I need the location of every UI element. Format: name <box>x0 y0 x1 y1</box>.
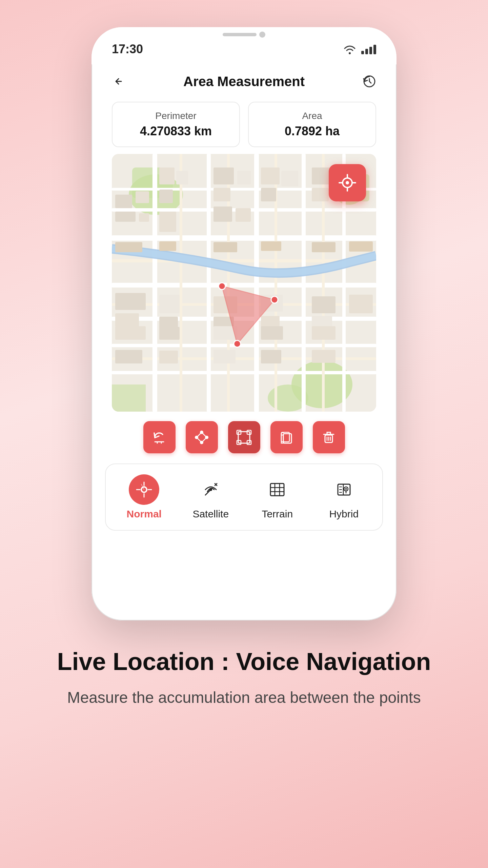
wifi-icon <box>343 44 357 54</box>
terrain-label: Terrain <box>262 508 293 520</box>
svg-rect-33 <box>159 190 173 203</box>
svg-rect-108 <box>270 484 284 496</box>
svg-rect-18 <box>112 357 376 360</box>
svg-point-74 <box>219 283 225 290</box>
tool-row <box>92 412 396 460</box>
svg-rect-22 <box>302 154 306 412</box>
location-button[interactable] <box>329 164 366 201</box>
svg-rect-43 <box>281 171 298 186</box>
normal-label: Normal <box>127 508 162 520</box>
svg-rect-62 <box>115 350 142 363</box>
map-type-selector: Normal Satellite <box>105 463 383 531</box>
svg-rect-10 <box>112 283 376 288</box>
map-type-hybrid[interactable]: Hybrid <box>312 471 376 523</box>
svg-rect-89 <box>247 430 251 434</box>
svg-rect-58 <box>159 327 180 340</box>
svg-rect-41 <box>261 167 280 184</box>
history-button[interactable] <box>359 71 380 92</box>
svg-rect-6 <box>112 384 146 412</box>
satellite-label: Satellite <box>192 508 229 520</box>
app-header: Area Measurement <box>92 64 396 98</box>
svg-point-105 <box>209 488 212 491</box>
notch-camera <box>259 32 265 38</box>
svg-rect-71 <box>312 242 336 252</box>
svg-rect-24 <box>180 154 182 412</box>
svg-rect-32 <box>159 167 175 184</box>
svg-point-75 <box>271 296 278 303</box>
svg-rect-65 <box>261 350 281 363</box>
svg-rect-40 <box>236 208 251 222</box>
nodes-button[interactable] <box>186 421 218 453</box>
svg-rect-48 <box>159 295 180 313</box>
svg-rect-87 <box>238 432 250 443</box>
status-time: 17:30 <box>112 42 143 56</box>
svg-rect-28 <box>115 195 132 208</box>
svg-rect-90 <box>237 440 241 445</box>
main-headline: Live Location : Voice Navigation <box>34 648 454 676</box>
copy-button[interactable] <box>270 421 303 453</box>
area-card: Area 0.7892 ha <box>248 102 376 147</box>
svg-rect-46 <box>115 293 146 310</box>
svg-rect-13 <box>112 371 376 374</box>
svg-rect-68 <box>159 241 176 251</box>
svg-rect-91 <box>247 440 251 445</box>
perimeter-value: 4.270833 km <box>140 124 212 138</box>
status-bar: 17:30 <box>92 27 396 64</box>
svg-rect-72 <box>349 241 373 252</box>
svg-rect-64 <box>214 350 236 363</box>
polygon-button[interactable] <box>228 421 260 453</box>
map-type-terrain[interactable]: Terrain <box>246 471 309 523</box>
svg-rect-31 <box>139 213 149 222</box>
svg-rect-35 <box>159 212 176 232</box>
svg-rect-42 <box>261 188 276 201</box>
delete-button[interactable] <box>313 421 345 453</box>
svg-rect-36 <box>214 167 234 184</box>
map-type-satellite[interactable]: Satellite <box>179 471 243 523</box>
svg-rect-20 <box>207 154 211 412</box>
svg-rect-69 <box>214 242 237 252</box>
svg-rect-63 <box>159 351 178 363</box>
svg-rect-47 <box>115 313 139 327</box>
status-icons <box>343 44 376 54</box>
undo-button[interactable] <box>143 421 176 453</box>
svg-rect-54 <box>312 296 336 313</box>
map-container[interactable] <box>112 154 376 412</box>
svg-rect-29 <box>136 191 149 203</box>
map-background <box>112 154 376 412</box>
notch-pill <box>223 33 257 36</box>
back-button[interactable] <box>108 71 129 92</box>
signal-icon <box>361 44 376 54</box>
svg-rect-88 <box>237 430 241 434</box>
svg-rect-61 <box>312 326 336 340</box>
svg-rect-66 <box>312 350 336 363</box>
svg-rect-57 <box>115 326 146 340</box>
area-value: 0.7892 ha <box>285 124 340 138</box>
svg-rect-34 <box>176 171 188 184</box>
svg-rect-39 <box>214 206 232 222</box>
phone-frame: 17:30 Area Mea <box>92 27 396 620</box>
svg-point-78 <box>346 181 349 184</box>
svg-point-76 <box>234 340 241 347</box>
svg-rect-38 <box>237 171 251 184</box>
svg-rect-21 <box>254 154 259 412</box>
map-type-normal[interactable]: Normal <box>113 471 176 523</box>
area-label: Area <box>302 111 322 121</box>
svg-rect-67 <box>115 242 142 252</box>
svg-rect-60 <box>261 326 283 340</box>
svg-rect-9 <box>112 235 376 241</box>
notch <box>210 27 278 42</box>
hybrid-label: Hybrid <box>329 508 359 520</box>
svg-rect-70 <box>261 241 281 251</box>
svg-point-116 <box>345 488 347 490</box>
svg-rect-30 <box>115 212 136 222</box>
bottom-section: Live Location : Voice Navigation Measure… <box>0 620 488 730</box>
svg-rect-12 <box>112 344 376 347</box>
perimeter-card: Perimeter 4.270833 km <box>112 102 240 147</box>
page-title: Area Measurement <box>183 74 305 89</box>
metrics-row: Perimeter 4.270833 km Area 0.7892 ha <box>92 98 396 154</box>
svg-rect-45 <box>312 188 329 201</box>
sub-headline: Measure the accumulation area between th… <box>34 686 454 709</box>
svg-rect-19 <box>152 154 157 412</box>
perimeter-label: Perimeter <box>155 111 196 121</box>
svg-rect-56 <box>349 295 373 313</box>
